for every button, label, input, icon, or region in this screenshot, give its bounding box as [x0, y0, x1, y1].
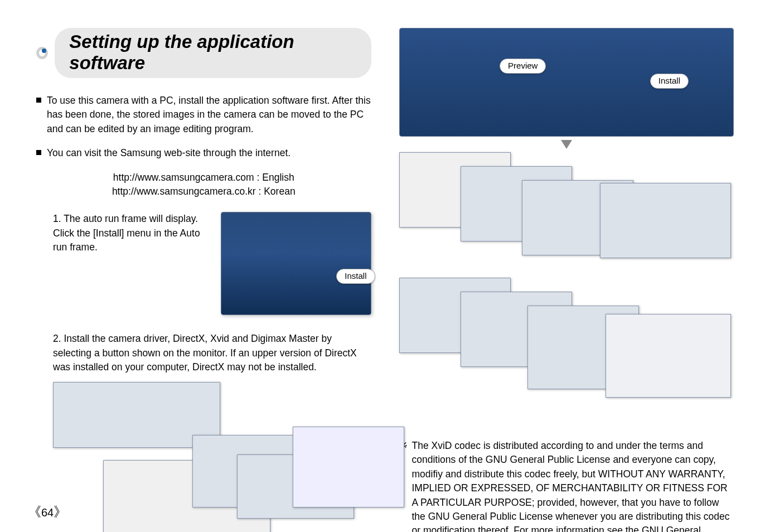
- page-title: Setting up the application software: [69, 31, 294, 73]
- paragraph-2-text: You can visit the Samsung web-site throu…: [47, 146, 290, 160]
- wizard-screenshot-5: [293, 427, 404, 507]
- xvid-wizard-complete: [606, 314, 731, 398]
- page-title-row: Setting up the application software: [36, 28, 371, 78]
- link-korean: http://www.samsungcamera.co.kr : Korean: [36, 185, 371, 199]
- install-callout-right: Install: [650, 74, 689, 89]
- page-number-value: 64: [41, 506, 54, 519]
- step-2-text: 2. Install the camera driver, DirectX, X…: [36, 332, 371, 374]
- xvid-setup-cluster: [399, 152, 734, 431]
- step-1-row: 1. The auto run frame will display. Clic…: [36, 212, 371, 315]
- square-bullet-icon: [36, 98, 41, 103]
- title-bullet-icon: [36, 47, 48, 59]
- paragraph-2: You can visit the Samsung web-site throu…: [36, 146, 371, 160]
- page-number: 《64》: [28, 503, 67, 521]
- bracket-close-icon: 》: [54, 504, 67, 519]
- footnote-block: ※ The XviD codec is distributed accordin…: [399, 439, 734, 532]
- paragraph-1-text: To use this camera with a PC, install th…: [47, 94, 371, 136]
- autorun-screenshot: Install: [221, 212, 371, 315]
- title-box: Setting up the application software: [55, 28, 371, 78]
- left-column: Setting up the application software To u…: [36, 28, 371, 532]
- install-callout: Install: [336, 269, 375, 284]
- right-column: Preview Install ※ The XviD codec is dist…: [399, 28, 734, 532]
- xvid-wizard-destination: [600, 183, 731, 258]
- paragraph-1: To use this camera with a PC, install th…: [36, 94, 371, 136]
- bracket-open-icon: 《: [28, 504, 41, 519]
- footnote-text: The XviD codec is distributed according …: [412, 439, 734, 532]
- square-bullet-icon: [36, 150, 41, 155]
- link-english: http://www.samsungcamera.com : English: [36, 171, 371, 185]
- preview-callout: Preview: [500, 59, 546, 74]
- directx-screenshot-cluster: [53, 382, 371, 532]
- movie-codec-screenshot: Preview Install: [399, 28, 734, 137]
- links-block: http://www.samsungcamera.com : English h…: [36, 171, 371, 199]
- step-1-text: 1. The auto run frame will display. Clic…: [36, 212, 211, 254]
- arrow-down-icon: [561, 140, 572, 149]
